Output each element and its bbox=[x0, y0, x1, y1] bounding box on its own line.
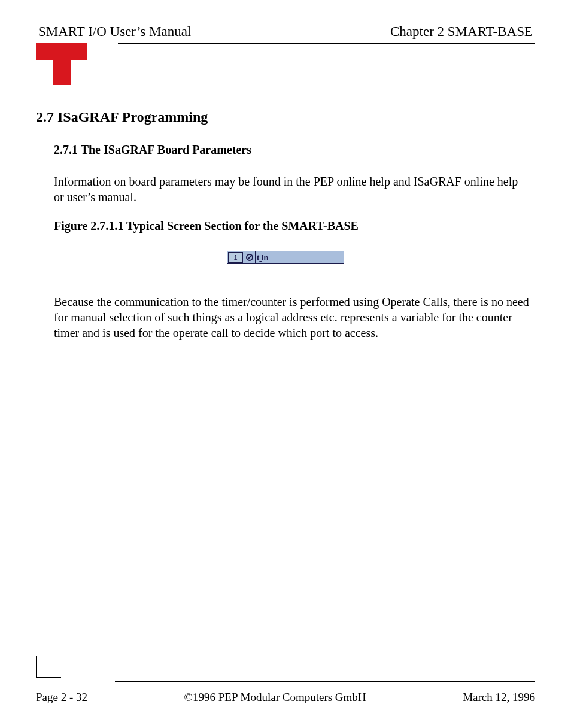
io-variable-label: t in bbox=[256, 251, 344, 263]
figure-caption: Figure 2.7.1.1 Typical Screen Section fo… bbox=[36, 219, 535, 233]
header-left: SMART I/O User’s Manual bbox=[38, 24, 191, 40]
footer-date: March 12, 1996 bbox=[463, 691, 535, 704]
footer-page-number: Page 2 - 32 bbox=[36, 691, 87, 704]
subsection-heading: 2.7.1 The ISaGRAF Board Parameters bbox=[36, 143, 535, 157]
body-paragraph-2: Because the communication to the timer/c… bbox=[36, 294, 535, 341]
footer-corner-mark bbox=[36, 656, 61, 678]
figure-screenshot: 1 t in bbox=[36, 251, 535, 264]
io-index-value: 1 bbox=[228, 252, 243, 263]
page-header: SMART I/O User’s Manual Chapter 2 SMART-… bbox=[36, 24, 535, 40]
io-variable-row: 1 t in bbox=[227, 251, 344, 264]
footer-copyright: ©1996 PEP Modular Computers GmbH bbox=[87, 691, 463, 704]
body-paragraph-1: Information on board parameters may be f… bbox=[36, 174, 535, 205]
io-index-cell: 1 bbox=[227, 251, 244, 263]
header-divider bbox=[36, 43, 535, 85]
prohibit-icon bbox=[244, 251, 256, 263]
section-heading: 2.7 ISaGRAF Programming bbox=[36, 109, 535, 125]
brand-logo bbox=[36, 43, 87, 85]
page-footer: Page 2 - 32 ©1996 PEP Modular Computers … bbox=[36, 656, 535, 704]
io-label-suffix: in bbox=[262, 253, 269, 262]
svg-line-1 bbox=[248, 256, 252, 260]
header-right: Chapter 2 SMART-BASE bbox=[390, 24, 533, 40]
